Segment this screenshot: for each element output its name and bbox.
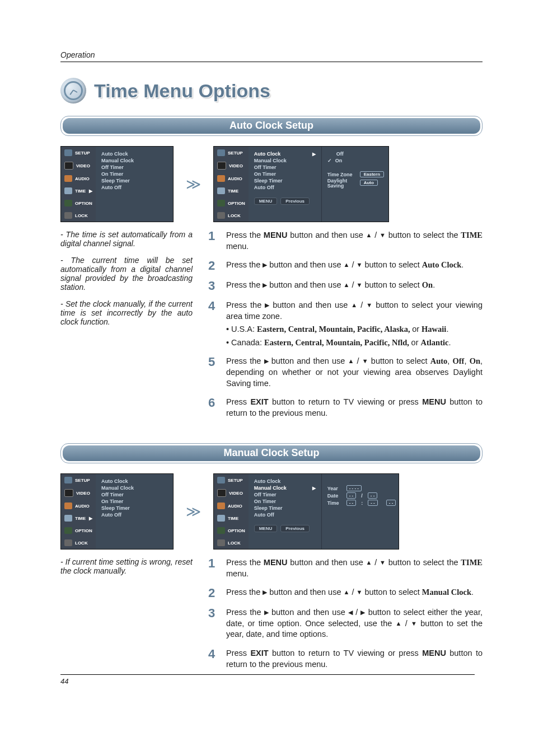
note-item: - The time is set automatically from a d… (60, 230, 193, 248)
step-body: Press EXIT button to return to TV viewin… (226, 648, 483, 670)
osd-cat-label: AUDIO (228, 176, 242, 181)
osd-value-label: DaylightSaving (327, 179, 357, 189)
osd-cat-lock: LOCK (61, 537, 96, 549)
step-number: 1 (208, 230, 218, 242)
note-item: - The current time will be set automatic… (60, 256, 193, 292)
osd-panel-time: SETUP VIDEO AUDIO TIME▶ OPTION LOCK Auto… (60, 146, 174, 222)
osd-value-box: - - (346, 500, 357, 506)
osd-item-list: Auto Clock Manual Clock▶ Off Timer On Ti… (249, 474, 321, 549)
osd-cat-label: AUDIO (75, 176, 90, 181)
up-triangle-icon (344, 281, 350, 289)
osd-item-selected: Manual Clock▶ (254, 485, 316, 491)
osd-cat-label: TIME (75, 189, 86, 194)
note-item: - If current time setting is wrong, rese… (60, 557, 193, 575)
osd-cat-label: VIDEO (76, 491, 90, 496)
osd-value-box: - - (386, 500, 396, 506)
osd-value-label: Date (327, 493, 343, 499)
osd-value-pill: Eastern (360, 171, 384, 177)
osd-item: Off Timer (254, 491, 316, 498)
osd-item: Auto Off (254, 511, 316, 518)
osd-item-list: Auto Clock Manual Clock Off Timer On Tim… (96, 147, 168, 222)
step-sub-usa: • U.S.A: Eastern, Central, Mountain, Pac… (226, 324, 483, 335)
osd-cat-video: VIDEO (214, 159, 249, 172)
step-body: Press the MENU button and then use / but… (226, 557, 483, 579)
osd-cat-option: OPTION (61, 197, 96, 209)
osd-menu-button: MENU (254, 525, 278, 532)
osd-item: Off Timer (101, 164, 163, 171)
osd-cat-option: OPTION (61, 524, 96, 537)
osd-cat-video: VIDEO (214, 486, 249, 500)
osd-cat-lock: LOCK (214, 537, 249, 549)
step-number: 4 (208, 648, 218, 660)
osd-item-label: Manual Clock (254, 485, 287, 491)
osd-item: Manual Clock (254, 157, 316, 164)
up-triangle-icon (351, 301, 357, 309)
osd-cat-lock: LOCK (61, 209, 96, 222)
step-row: 6 Press EXIT button to return to TV view… (208, 397, 483, 419)
osd-cat-label: VIDEO (229, 163, 243, 168)
osd-cat-video: VIDEO (61, 486, 96, 500)
osd-item: Auto Off (101, 184, 163, 191)
step-number: 6 (208, 397, 218, 409)
step-row: 1 Press the MENU button and then use / b… (208, 557, 483, 579)
notes-column: - The time is set automatically from a d… (60, 230, 193, 426)
osd-value-label: Off (336, 151, 344, 157)
osd-values: Year- - - - Date- -/- - Time- -:- -- - (321, 474, 405, 549)
down-triangle-icon (357, 281, 363, 289)
step-row: 2 Press the button and then use / button… (208, 587, 483, 599)
osd-cat-lock: LOCK (214, 209, 249, 222)
osd-timezone-row: Time ZoneEastern (327, 171, 385, 178)
step-row: 3 Press the button and then use / button… (208, 280, 483, 292)
notes-column: - If current time setting is wrong, rese… (60, 557, 193, 678)
osd-time-row: Time- -:- -- - (327, 499, 399, 506)
osd-cat-option: OPTION (214, 524, 249, 537)
osd-category-list: SETUP VIDEO AUDIO TIME▶ OPTION LOCK (61, 147, 96, 222)
up-triangle-icon (344, 588, 350, 597)
osd-cat-label: AUDIO (75, 504, 90, 509)
section-bar-label: Manual Clock Setup (63, 445, 480, 461)
osd-item: Sleep Timer (254, 177, 316, 184)
osd-item: On Timer (254, 171, 316, 177)
steps-column: 1 Press the MENU button and then use / b… (208, 230, 483, 426)
osd-item: Auto Clock (101, 478, 163, 485)
osd-daylight-row: DaylightSaving Auto (327, 178, 385, 189)
osd-item-list: Auto Clock▶ Manual Clock Off Timer On Ti… (249, 147, 321, 222)
right-triangle-icon (264, 357, 269, 365)
osd-cat-label: LOCK (228, 541, 241, 546)
osd-cat-label: LOCK (75, 541, 88, 546)
step-body: Press the MENU button and then use / but… (226, 230, 483, 252)
osd-panel-time: SETUP VIDEO AUDIO TIME▶ OPTION LOCK Auto… (60, 473, 174, 550)
osd-value-label: On (335, 158, 343, 163)
osd-cat-label: LOCK (75, 213, 88, 218)
step-row: 4 Press the button and then use / button… (208, 300, 483, 348)
osd-cat-audio: AUDIO (61, 500, 96, 512)
osd-cat-setup: SETUP (61, 147, 96, 159)
step-number: 1 (208, 557, 218, 570)
osd-item-list: Auto Clock Manual Clock Off Timer On Tim… (96, 474, 168, 549)
osd-separator: / (359, 493, 364, 499)
section-bar-label: Auto Clock Setup (63, 118, 480, 134)
down-triangle-icon (380, 558, 386, 567)
osd-value-label: Time (327, 500, 343, 506)
step-body: Press the button and then use / button t… (226, 356, 483, 389)
osd-footer: MENU Previous (254, 194, 316, 205)
osd-value-pill: Auto (360, 180, 378, 186)
step-number: 2 (208, 587, 218, 599)
step-row: 5 Press the button and then use / button… (208, 356, 483, 389)
osd-cat-label: SETUP (228, 151, 243, 156)
section-header: Operation (60, 50, 483, 62)
section-bar-auto: Auto Clock Setup (60, 116, 483, 136)
step-number: 5 (208, 356, 218, 368)
osd-category-list: SETUP VIDEO AUDIO TIME OPTION LOCK (214, 474, 249, 549)
up-triangle-icon (366, 558, 372, 567)
osd-item: Auto Clock (101, 151, 163, 157)
right-triangle-icon (264, 608, 269, 617)
osd-year-row: Year- - - - (327, 485, 399, 492)
osd-cat-setup: SETUP (61, 474, 96, 486)
section-bar-manual: Manual Clock Setup (60, 443, 483, 463)
caret-right-icon: ▶ (312, 486, 316, 491)
step-body: Press the button and then use / button t… (226, 587, 483, 598)
step-row: 2 Press the button and then use / button… (208, 260, 483, 272)
osd-date-row: Date- -/- - (327, 492, 399, 499)
steps-column: 1 Press the MENU button and then use / b… (208, 557, 483, 678)
